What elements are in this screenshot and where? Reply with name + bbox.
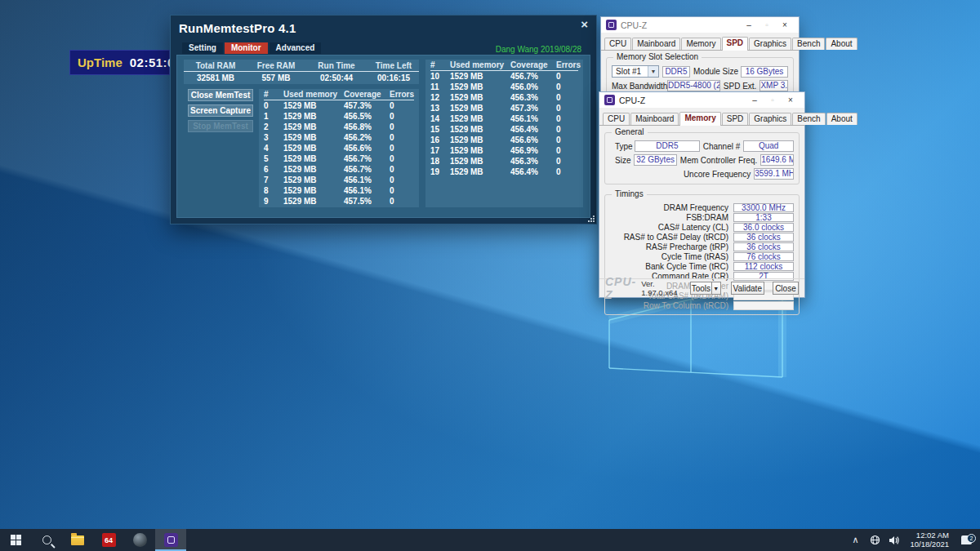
memtest-table-row: 171529 MB456.9%0 [430,145,578,156]
timing-value: 1:33 [733,213,794,222]
cell-used: 1529 MB [450,167,510,176]
speaker-icon[interactable] [885,535,903,545]
hw64-icon: 64 [102,533,116,547]
cpuz-tab-graphics[interactable]: Graphics [749,113,791,125]
cpuz-tab-spd[interactable]: SPD [722,37,749,51]
minimize-icon[interactable]: – [746,96,764,104]
taskbar-search-button[interactable] [31,529,62,551]
cell-errors: 0 [390,122,414,131]
tray-chevron-up-icon[interactable]: ∧ [846,535,864,545]
close-icon[interactable]: × [581,17,588,31]
memtest-table-row: 51529 MB456.7%0 [264,153,414,164]
screen-capture-button[interactable]: Screen Capture [188,104,253,117]
cell-used: 1529 MB [450,136,510,144]
title-bar[interactable]: CPU-Z – ▫ × [599,92,804,108]
memtest-tab-setting[interactable]: Setting [182,42,223,54]
close-icon[interactable]: × [782,96,800,104]
memtest-table-row: 21529 MB456.8%0 [264,122,414,132]
slot-select-dropdown[interactable]: Slot #1 ▼ [612,65,659,78]
cell-used: 1529 MB [283,186,344,195]
cell-n: 15 [430,125,450,134]
group-label: General [612,127,648,136]
cell-coverage: 456.1% [344,186,390,195]
cell-used: 1529 MB [450,93,510,102]
maximize-icon: ▫ [758,20,776,29]
cell-errors: 0 [390,154,414,163]
timing-row: CAS# Latency (CL)36.0 clocks [610,222,794,232]
memtest-tab-bar: SettingMonitorAdvanced [182,42,321,54]
memtest-tab-advanced[interactable]: Advanced [270,42,322,54]
slot-type-field: DDR5 [662,66,690,78]
cell-coverage: 456.5% [344,112,390,121]
resize-grip[interactable] [587,215,595,222]
cpuz-tab-spd[interactable]: SPD [722,113,749,125]
mem-controller-field: 1649.6 MHz [760,154,794,166]
tools-dropdown-arrow[interactable]: ▼ [711,282,721,295]
cell-n: 11 [430,82,450,91]
timing-value [733,301,794,310]
memtest-table-row: 161529 MB456.6%0 [430,135,578,145]
cell-used: 1529 MB [283,154,344,163]
validate-button[interactable]: Validate [731,282,764,295]
taskbar-clock[interactable]: 12:02 AM 10/18/2021 [905,531,954,549]
timing-row: Row To Column (tRCD) [610,300,794,310]
taskbar-file-explorer[interactable] [62,529,93,551]
timing-row: FSB:DRAM1:33 [610,212,794,222]
cpuz-tab-mainboard[interactable]: Mainboard [630,113,679,125]
cell: 02:50:44 [305,73,368,82]
timing-row: Bank Cycle Time (tRC)112 clocks [610,261,794,271]
uptime-overlay: UpTime 02:51:09 [69,50,170,75]
cpuz-tab-bench[interactable]: Bench [792,113,825,125]
cell-coverage: 456.6% [510,136,556,144]
window-title: RunMemtestPro 4.1 [179,21,296,35]
cell-used: 1529 MB [450,125,510,134]
taskbar-cpuz[interactable] [155,529,186,551]
cpuz-tab-about[interactable]: About [826,113,858,125]
cell-n: 1 [264,112,283,121]
cell-n: 18 [430,157,450,166]
cell-errors: 0 [556,82,578,91]
minimize-icon[interactable]: – [740,20,758,29]
cpuz-tab-about[interactable]: About [826,38,857,50]
cell-errors: 0 [556,72,578,81]
cell-n: 13 [430,104,450,113]
cell-n: 4 [264,144,283,153]
network-icon[interactable] [866,535,884,545]
size-field: 32 GBytes [634,154,676,166]
cell-errors: 0 [556,114,578,123]
cpuz-tab-memory[interactable]: Memory [681,38,720,50]
cpuz-tab-memory[interactable]: Memory [679,112,720,126]
tools-button[interactable]: Tools [690,282,711,295]
cell-errors: 0 [556,167,578,176]
notification-badge: 2 [967,534,976,543]
timing-label: Row To Column (tRCD) [610,301,728,310]
taskbar: 64 ∧ 12:02 AM 10/18/2021 2 [0,529,980,551]
clock-time: 12:02 AM [910,531,949,540]
memtest-table-row: 141529 MB456.1%0 [430,113,578,124]
close-icon[interactable]: × [776,20,794,29]
slot-select-value: Slot #1 [616,67,641,76]
max-bandwidth-label: Max Bandwidth [612,82,664,91]
cell-coverage: 456.7% [510,72,556,81]
action-center-button[interactable]: 2 [956,535,977,544]
memtest-button-column: Close MemTest Screen Capture Stop MemTes… [188,89,253,136]
taskbar-hwinfo64[interactable]: 64 [93,529,124,551]
spd-ext-label: SPD Ext. [724,82,757,91]
title-bar[interactable]: CPU-Z – ▫ × [601,17,799,33]
timing-value: 36 clocks [733,242,794,251]
cpuz-tab-mainboard[interactable]: Mainboard [632,38,680,50]
cpuz-tab-bench[interactable]: Bench [792,38,825,50]
memtest-table-row: 121529 MB456.3%0 [430,92,578,103]
close-memtest-button[interactable]: Close MemTest [188,89,253,101]
cell-coverage: 456.1% [344,176,390,184]
window-controls: – ▫ × [740,20,794,29]
module-size-field: 16 GBytes [741,66,788,78]
start-button[interactable] [0,529,31,551]
taskbar-browser[interactable] [124,529,155,551]
cpuz-tab-graphics[interactable]: Graphics [749,38,791,50]
memtest-tab-monitor[interactable]: Monitor [225,42,268,54]
cpuz-tab-cpu[interactable]: CPU [603,113,630,125]
cpuz-tab-cpu[interactable]: CPU [604,38,631,50]
close-button[interactable]: Close [773,282,799,295]
search-icon [42,535,51,544]
